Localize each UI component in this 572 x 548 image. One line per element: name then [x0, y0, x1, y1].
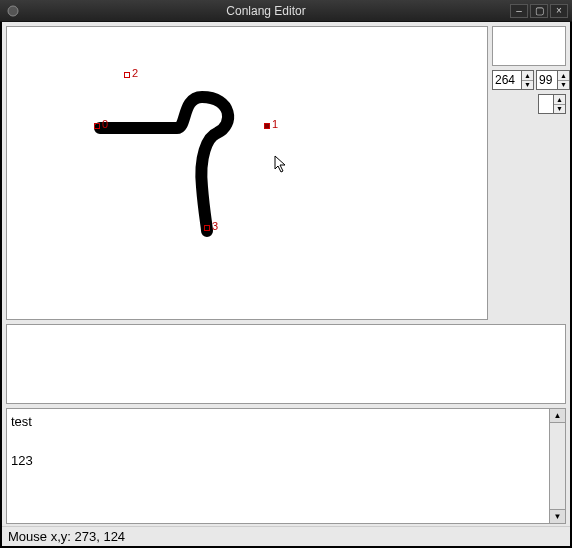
side-preview	[492, 26, 566, 66]
extra-spinner-row: ▲ ▼	[492, 94, 566, 114]
scroll-down-button[interactable]: ▼	[550, 509, 565, 523]
extra-spinner[interactable]: ▲ ▼	[538, 94, 566, 114]
titlebar[interactable]: Conlang Editor – ▢ ×	[0, 0, 572, 22]
y-step-down[interactable]: ▼	[558, 81, 569, 90]
x-step-up[interactable]: ▲	[522, 71, 533, 81]
status-label: Mouse x,y:	[8, 529, 71, 544]
extra-step-down[interactable]: ▼	[554, 105, 565, 114]
x-spinner[interactable]: ▲ ▼	[492, 70, 534, 90]
minimize-button[interactable]: –	[510, 4, 528, 18]
control-point-2[interactable]	[124, 72, 130, 78]
control-point-label-1: 1	[272, 118, 278, 130]
scroll-up-button[interactable]: ▲	[550, 409, 565, 423]
coord-spinners: ▲ ▼ ▲ ▼	[492, 70, 566, 90]
close-button[interactable]: ×	[550, 4, 568, 18]
output-panel: test 123 ▲ ▼	[6, 408, 566, 524]
y-step-up[interactable]: ▲	[558, 71, 569, 81]
y-input[interactable]	[537, 71, 557, 89]
control-point-3[interactable]	[204, 225, 210, 231]
window-title: Conlang Editor	[22, 4, 510, 18]
x-input[interactable]	[493, 71, 521, 89]
control-point-0[interactable]	[94, 123, 100, 129]
output-scrollbar[interactable]: ▲ ▼	[549, 409, 565, 523]
y-spinner[interactable]: ▲ ▼	[536, 70, 570, 90]
extra-step-up[interactable]: ▲	[554, 95, 565, 105]
status-value: 273, 124	[74, 529, 125, 544]
control-point-1[interactable]	[264, 123, 270, 129]
upper-row: 0123 ▲ ▼	[2, 22, 570, 322]
drawing-canvas[interactable]: 0123	[6, 26, 488, 320]
control-point-label-2: 2	[132, 67, 138, 79]
control-point-label-3: 3	[212, 220, 218, 232]
svg-point-0	[8, 6, 18, 16]
maximize-button[interactable]: ▢	[530, 4, 548, 18]
side-fill	[492, 118, 566, 318]
content-area: 0123 ▲ ▼	[0, 22, 572, 548]
side-panel: ▲ ▼ ▲ ▼	[490, 22, 570, 322]
status-bar: Mouse x,y: 273, 124	[2, 526, 570, 546]
app-menu-icon[interactable]	[4, 2, 22, 20]
middle-panel[interactable]	[6, 324, 566, 404]
extra-input[interactable]	[539, 95, 553, 113]
control-point-label-0: 0	[102, 118, 108, 130]
x-step-down[interactable]: ▼	[522, 81, 533, 90]
app-window: Conlang Editor – ▢ × 0123	[0, 0, 572, 548]
output-text[interactable]: test 123	[7, 409, 549, 523]
window-controls: – ▢ ×	[510, 4, 568, 18]
